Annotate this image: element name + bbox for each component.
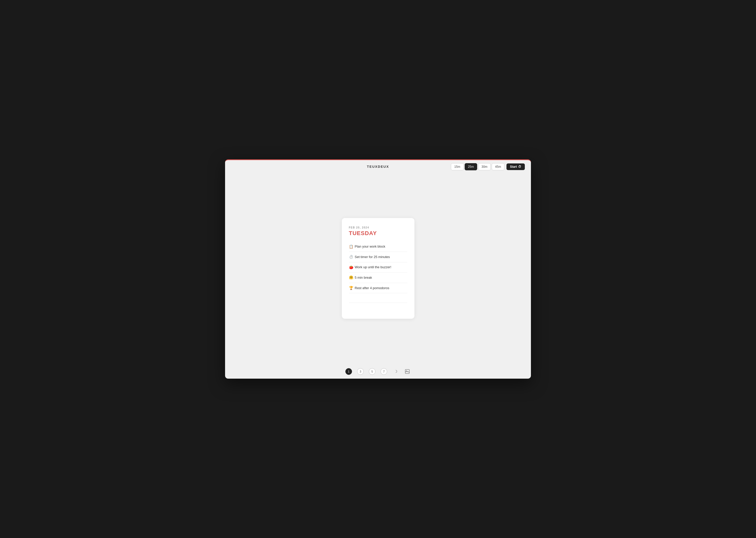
task-text: Set timer for 25 minutes [355,255,390,259]
main-content: FEB 20, 2024 TUESDAY 📋 Plan your work bl… [225,173,531,364]
task-text: Rest after 4 pomodoros [355,286,389,291]
empty-task-line[interactable] [349,303,407,313]
app-title: TEUXDEUX [367,165,389,169]
bottom-bar: 1 3 5 7 ☽ [225,364,531,379]
start-timer-button[interactable]: Start ⏱ [506,163,525,170]
task-item[interactable]: 🏆 Rest after 4 pomodoros [349,283,407,294]
task-emoji: 🍅 [349,265,353,270]
start-icon: ⏱ [518,165,521,169]
task-text: 5 min break [355,275,372,280]
task-list: 📋 Plan your work block ⏱️ Set timer for … [349,242,407,313]
day-name: TUESDAY [349,230,407,237]
task-item[interactable]: 🤗 5 min break [349,273,407,283]
moon-icon[interactable]: ☽ [392,368,399,375]
timer-25m-button[interactable]: 25m [465,163,477,170]
page-3-button[interactable]: 3 [357,368,364,375]
day-date: FEB 20, 2024 [349,226,407,229]
header: TEUXDEUX 15m 25m 30m 45m Start ⏱ [225,160,531,173]
empty-task-line[interactable] [349,293,407,303]
image-icon-svg [405,369,410,374]
task-item[interactable]: 🍅 Work up until the buzzer! [349,262,407,273]
moon-icon-glyph: ☽ [394,369,397,374]
task-text: Plan your work block [355,244,385,249]
task-emoji: 🏆 [349,286,353,291]
timer-30m-button[interactable]: 30m [478,163,491,170]
app-window: TEUXDEUX 15m 25m 30m 45m Start ⏱ FEB 20,… [225,159,531,379]
page-7-button[interactable]: 7 [380,368,387,375]
task-text: Work up until the buzzer! [355,265,391,270]
task-emoji: 🤗 [349,275,353,280]
task-emoji: 📋 [349,244,353,249]
day-card: FEB 20, 2024 TUESDAY 📋 Plan your work bl… [342,218,415,319]
timer-45m-button[interactable]: 45m [492,163,504,170]
task-emoji: ⏱️ [349,254,353,260]
page-1-button[interactable]: 1 [345,368,352,375]
svg-point-1 [406,370,407,371]
task-item[interactable]: ⏱️ Set timer for 25 minutes [349,252,407,262]
timer-15m-button[interactable]: 15m [451,163,463,170]
image-icon[interactable] [404,368,411,375]
start-label: Start [510,165,517,169]
page-5-button[interactable]: 5 [369,368,376,375]
task-item[interactable]: 📋 Plan your work block [349,242,407,252]
timer-controls: 15m 25m 30m 45m Start ⏱ [451,163,525,170]
